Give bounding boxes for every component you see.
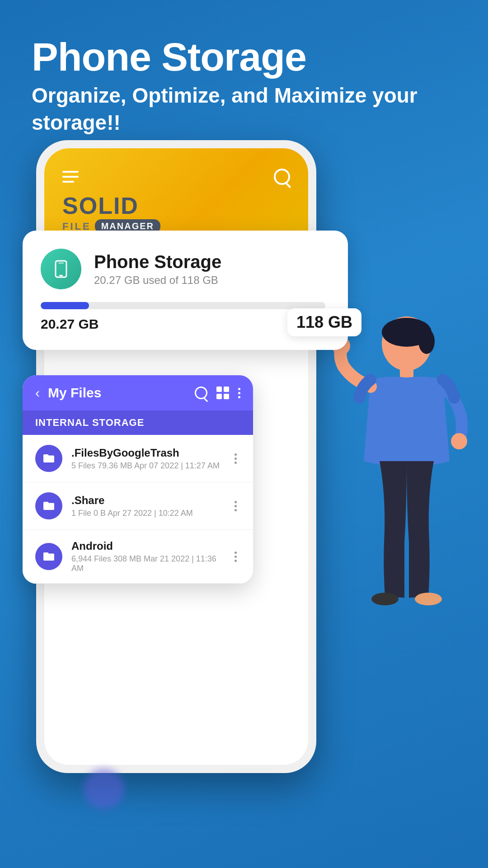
folder-icon-1 — [35, 492, 62, 519]
folder-icon-2 — [35, 543, 62, 570]
hero-title: Phone Storage — [32, 36, 456, 78]
file-item-1[interactable]: .Share 1 File 0 B Apr 27 2022 | 10:22 AM — [23, 482, 253, 530]
file-info-0: .FilesByGoogleTrash 5 Files 79.36 MB Apr… — [71, 447, 222, 471]
storage-info: Phone Storage 20.27 GB used of 118 GB — [94, 252, 221, 287]
file-meta-1: 1 File 0 B Apr 27 2022 | 10:22 AM — [71, 509, 222, 518]
svg-point-9 — [371, 593, 399, 605]
svg-point-10 — [415, 593, 442, 605]
myfiles-grid-icon[interactable] — [216, 387, 229, 399]
storage-bar-container — [41, 302, 325, 309]
myfiles-title: My Files — [48, 385, 101, 401]
myfiles-card: ‹ My Files INTERNAL STORAGE .FilesByGoog… — [23, 375, 253, 584]
svg-rect-1 — [59, 275, 63, 276]
app-header-top — [62, 169, 290, 185]
myfiles-search-icon[interactable] — [195, 387, 207, 399]
app-logo: SOLID FILE MANAGER — [62, 194, 290, 233]
svg-rect-2 — [58, 263, 64, 264]
myfiles-header: ‹ My Files — [23, 375, 253, 410]
file-name-2: Android — [71, 540, 222, 552]
storage-card-header: Phone Storage 20.27 GB used of 118 GB — [41, 249, 325, 289]
storage-title: Phone Storage — [94, 252, 221, 272]
file-item-0[interactable]: .FilesByGoogleTrash 5 Files 79.36 MB Apr… — [23, 435, 253, 482]
file-more-1[interactable] — [231, 497, 240, 515]
storage-card: Phone Storage 20.27 GB used of 118 GB 20… — [23, 231, 348, 350]
search-icon[interactable] — [274, 169, 290, 185]
storage-used-label: 20.27 GB — [41, 316, 99, 332]
storage-labels: 20.27 GB — [41, 316, 325, 332]
storage-subtitle: 20.27 GB used of 118 GB — [94, 274, 221, 287]
phone-storage-icon — [51, 259, 71, 279]
character-svg — [316, 307, 488, 624]
hamburger-icon[interactable] — [62, 171, 79, 183]
file-list: .FilesByGoogleTrash 5 Files 79.36 MB Apr… — [23, 435, 253, 584]
myfiles-header-left: ‹ My Files — [35, 385, 101, 401]
file-more-0[interactable] — [231, 450, 240, 467]
file-meta-2: 6,944 Files 308 MB Mar 21 2022 | 11:36 A… — [71, 554, 222, 573]
myfiles-header-icons — [195, 387, 240, 399]
myfiles-more-icon[interactable] — [238, 388, 240, 398]
svg-point-8 — [451, 433, 467, 449]
file-name-0: .FilesByGoogleTrash — [71, 447, 222, 459]
hero-section: Phone Storage Organize, Optimize, and Ma… — [0, 0, 488, 137]
file-info-2: Android 6,944 Files 308 MB Mar 21 2022 |… — [71, 540, 222, 573]
hero-subtitle: Organize, Optimize, and Maximize your st… — [32, 82, 456, 137]
file-more-2[interactable] — [231, 548, 240, 566]
back-arrow-icon[interactable]: ‹ — [35, 385, 40, 401]
character-illustration — [316, 307, 488, 624]
file-meta-0: 5 Files 79.36 MB Apr 07 2022 | 11:27 AM — [71, 461, 222, 471]
file-item-2[interactable]: Android 6,944 Files 308 MB Mar 21 2022 |… — [23, 530, 253, 584]
logo-solid-text: SOLID — [62, 194, 290, 217]
storage-bar-fill — [41, 302, 89, 309]
internal-storage-label: INTERNAL STORAGE — [23, 410, 253, 435]
file-info-1: .Share 1 File 0 B Apr 27 2022 | 10:22 AM — [71, 494, 222, 518]
file-name-1: .Share — [71, 494, 222, 507]
folder-icon-0 — [35, 445, 62, 472]
bottom-blur-circle — [84, 769, 124, 809]
storage-total-label: 118 GB — [287, 308, 361, 336]
svg-point-5 — [418, 329, 435, 354]
storage-icon-circle — [41, 249, 81, 289]
